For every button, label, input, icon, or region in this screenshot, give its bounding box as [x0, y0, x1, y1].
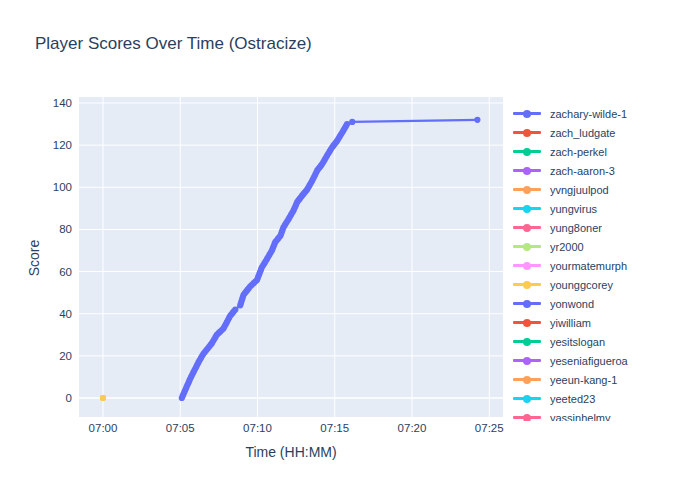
- x-tick-label: 07:10: [228, 421, 288, 435]
- legend-line-marker-icon: [513, 128, 541, 137]
- legend-item-yeseniafigueroa[interactable]: yeseniafigueroa: [513, 351, 693, 370]
- x-tick-label: 07:00: [73, 421, 133, 435]
- y-tick-label: 140: [30, 96, 72, 110]
- legend-line-marker-icon: [513, 204, 541, 213]
- legend-line-marker-icon: [513, 375, 541, 384]
- legend-label: zach-perkel: [550, 146, 607, 158]
- legend-line-marker-icon: [513, 223, 541, 232]
- x-tick-label: 07:15: [305, 421, 365, 435]
- legend-item-yung8oner[interactable]: yung8oner: [513, 218, 693, 237]
- legend-item-younggcorey[interactable]: younggcorey: [513, 275, 693, 294]
- legend-label: zachary-wilde-1: [550, 108, 627, 120]
- x-tick-label: 07:20: [382, 421, 442, 435]
- legend: zachary-wilde-1zach_ludgatezach-perkelza…: [513, 104, 693, 421]
- legend-item-yiwilliam[interactable]: yiwilliam: [513, 313, 693, 332]
- legend-item-zach-perkel[interactable]: zach-perkel: [513, 142, 693, 161]
- legend-label: yeeted23: [550, 393, 595, 405]
- legend-label: yiwilliam: [550, 317, 591, 329]
- legend-line-marker-icon: [513, 185, 541, 194]
- legend-label: yeeun-kang-1: [550, 374, 617, 386]
- legend-line-marker-icon: [513, 242, 541, 251]
- legend-label: yonwond: [550, 298, 594, 310]
- legend-label: yourmatemurph: [550, 260, 627, 272]
- legend-line-marker-icon: [513, 166, 541, 175]
- legend-item-yeeun-kang-1[interactable]: yeeun-kang-1: [513, 370, 693, 389]
- legend-label: yr2000: [550, 241, 584, 253]
- legend-line-marker-icon: [513, 261, 541, 270]
- legend-item-yourmatemurph[interactable]: yourmatemurph: [513, 256, 693, 275]
- legend-item-yonwond[interactable]: yonwond: [513, 294, 693, 313]
- legend-label: yeseniafigueroa: [550, 355, 628, 367]
- legend-item-zach-aaron-3[interactable]: zach-aaron-3: [513, 161, 693, 180]
- legend-line-marker-icon: [513, 147, 541, 156]
- legend-label: zach-aaron-3: [550, 165, 615, 177]
- legend-label: yassinhelmy: [550, 412, 611, 422]
- legend-line-marker-icon: [513, 318, 541, 327]
- legend-item-zach_ludgate[interactable]: zach_ludgate: [513, 123, 693, 142]
- legend-label: yvngjuulpod: [550, 184, 609, 196]
- legend-line-marker-icon: [513, 413, 541, 421]
- legend-line-marker-icon: [513, 299, 541, 308]
- legend-line-marker-icon: [513, 337, 541, 346]
- legend-item-yassinhelmy[interactable]: yassinhelmy: [513, 408, 693, 421]
- legend-item-yungvirus[interactable]: yungvirus: [513, 199, 693, 218]
- y-tick-label: 120: [30, 138, 72, 152]
- legend-line-marker-icon: [513, 356, 541, 365]
- legend-item-yr2000[interactable]: yr2000: [513, 237, 693, 256]
- series-marker-younggcorey[interactable]: [100, 395, 106, 401]
- legend-item-yvngjuulpod[interactable]: yvngjuulpod: [513, 180, 693, 199]
- legend-label: yesitslogan: [550, 336, 605, 348]
- y-tick-label: 0: [30, 391, 72, 405]
- legend-line-marker-icon: [513, 109, 541, 118]
- series-marker-zachary-wilde-1[interactable]: [232, 306, 238, 312]
- legend-label: younggcorey: [550, 279, 613, 291]
- legend-label: zach_ludgate: [550, 127, 615, 139]
- legend-item-yeeted23[interactable]: yeeted23: [513, 389, 693, 408]
- x-tick-label: 07:05: [150, 421, 210, 435]
- series-marker-zachary-wilde-1[interactable]: [474, 117, 480, 123]
- legend-label: yungvirus: [550, 203, 597, 215]
- series-marker-zachary-wilde-1[interactable]: [349, 119, 355, 125]
- y-tick-label: 20: [30, 349, 72, 363]
- y-tick-label: 100: [30, 180, 72, 194]
- y-axis-title: Score: [26, 198, 42, 318]
- legend-label: yung8oner: [550, 222, 602, 234]
- x-tick-label: 07:25: [459, 421, 519, 435]
- legend-item-yesitslogan[interactable]: yesitslogan: [513, 332, 693, 351]
- legend-item-zachary-wilde-1[interactable]: zachary-wilde-1: [513, 104, 693, 123]
- legend-line-marker-icon: [513, 394, 541, 403]
- legend-line-marker-icon: [513, 280, 541, 289]
- x-axis-title: Time (HH:MM): [191, 444, 391, 460]
